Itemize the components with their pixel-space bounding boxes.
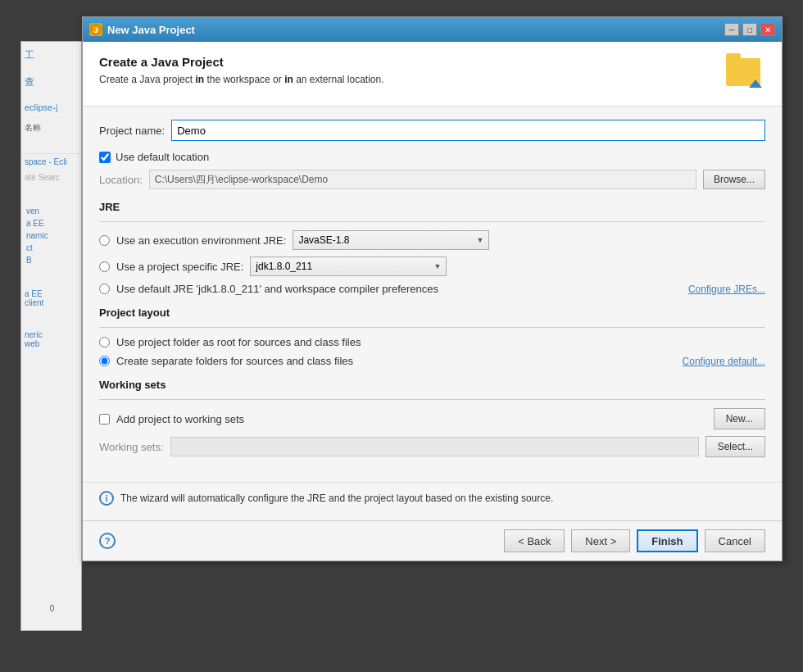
dialog-icon: J (89, 23, 102, 36)
footer-gap (83, 514, 782, 520)
header-icon (726, 55, 765, 94)
layout-divider (99, 327, 765, 328)
working-sets-input[interactable] (170, 437, 699, 456)
bg-text-2: 查 (21, 69, 81, 96)
jre-env-radio[interactable] (99, 235, 110, 246)
jre-env-label[interactable]: Use an execution environment JRE: (116, 234, 286, 247)
jre-default-radio[interactable] (99, 284, 110, 294)
folder-icon (726, 58, 760, 86)
select-working-sets-button[interactable]: Select... (705, 436, 765, 457)
dialog-heading: Create a Java Project (99, 55, 384, 69)
dialog-description: Create a Java project in the workspace o… (99, 74, 384, 85)
browse-button[interactable]: Browse... (703, 170, 765, 189)
layout-radio1-row: Use project folder as root for sources a… (99, 336, 765, 348)
use-default-location-row: Use default location (99, 151, 765, 163)
jre-section: JRE Use an execution environment JRE: Ja… (99, 201, 765, 295)
next-button[interactable]: Next > (571, 529, 630, 552)
jre-env-select[interactable]: JavaSE-1.8 ▼ (293, 230, 489, 250)
layout-separate-label[interactable]: Create separate folders for sources and … (116, 355, 353, 367)
configure-jres-link[interactable]: Configure JREs... (688, 284, 765, 295)
project-name-label: Project name: (99, 125, 165, 137)
project-name-input[interactable] (171, 120, 765, 141)
bg-items: ven a EE namic ct B (21, 202, 81, 270)
bg-text-1: 工 (21, 42, 81, 69)
jre-section-title: JRE (99, 201, 765, 213)
add-working-sets-row: Add project to working sets New... (99, 408, 765, 429)
location-input[interactable] (149, 170, 696, 189)
layout-root-radio[interactable] (99, 337, 110, 347)
dialog-footer: ? < Back Next > Finish Cancel (83, 520, 782, 561)
project-layout-section: Project layout Use project folder as roo… (99, 306, 765, 367)
working-sets-title: Working sets (99, 379, 765, 391)
layout-radio2-row: Create separate folders for sources and … (99, 355, 765, 367)
jre-radio3-row: Use default JRE 'jdk1.8.0_211' and works… (99, 283, 765, 295)
cancel-button[interactable]: Cancel (705, 529, 765, 552)
maximize-button[interactable]: □ (742, 23, 757, 36)
bg-items3: neric web (21, 327, 81, 352)
help-button[interactable]: ? (99, 533, 116, 549)
bg-name: 名称 (21, 119, 81, 137)
info-bar: i The wizard will automatically configur… (83, 482, 782, 514)
info-icon: i (99, 491, 114, 506)
use-default-location-label[interactable]: Use default location (116, 151, 209, 163)
project-layout-title: Project layout (99, 306, 765, 319)
working-sets-divider (99, 399, 765, 400)
layout-root-label[interactable]: Use project folder as root for sources a… (116, 336, 361, 348)
minimize-button[interactable]: ─ (724, 23, 739, 36)
bg-nav: ate Searc (21, 170, 81, 185)
working-sets-input-row: Working sets: Select... (99, 436, 765, 457)
working-sets-label: Working sets: (99, 441, 164, 453)
add-working-sets-label[interactable]: Add project to working sets (116, 413, 707, 425)
configure-default-link[interactable]: Configure default... (683, 356, 765, 367)
bg-zero: 0 (21, 602, 83, 614)
jre-specific-label[interactable]: Use a project specific JRE: (116, 261, 243, 273)
location-label: Location: (99, 174, 143, 186)
svg-text:J: J (93, 26, 98, 34)
dialog-titlebar: J New Java Project ─ □ ✕ (83, 17, 782, 42)
info-message: The wizard will automatically configure … (120, 493, 553, 504)
new-working-set-button[interactable]: New... (714, 408, 765, 429)
jre-specific-radio[interactable] (99, 261, 110, 272)
jre-env-select-value: JavaSE-1.8 (298, 234, 349, 246)
jre-default-label[interactable]: Use default JRE 'jdk1.8.0_211' and works… (116, 283, 438, 295)
jre-divider (99, 221, 765, 222)
bg-space: space - Ecli (21, 153, 81, 170)
jre-env-select-arrow: ▼ (476, 236, 483, 244)
dialog-body: Project name: Use default location Locat… (83, 107, 782, 482)
back-button[interactable]: < Back (504, 529, 565, 552)
jre-specific-select[interactable]: jdk1.8.0_211 ▼ (250, 257, 447, 276)
layout-separate-radio[interactable] (99, 356, 110, 366)
dialog-title: New Java Project (107, 24, 719, 36)
jre-specific-select-arrow: ▼ (433, 262, 441, 270)
jre-radio1-row: Use an execution environment JRE: JavaSE… (99, 230, 765, 250)
jre-specific-select-value: jdk1.8.0_211 (256, 261, 312, 272)
project-name-row: Project name: (99, 120, 765, 141)
dialog-header: Create a Java Project Create a Java proj… (83, 42, 782, 107)
header-text: Create a Java Project Create a Java proj… (99, 55, 384, 85)
jre-radio2-row: Use a project specific JRE: jdk1.8.0_211… (99, 257, 765, 276)
finish-button[interactable]: Finish (637, 529, 697, 552)
add-to-working-sets-checkbox[interactable] (99, 414, 110, 425)
close-button[interactable]: ✕ (760, 23, 775, 36)
use-default-location-checkbox[interactable] (99, 152, 111, 163)
titlebar-controls: ─ □ ✕ (724, 23, 775, 36)
bg-eclipse-j: eclipse-j (21, 96, 81, 119)
eclipse-background: 工 查 eclipse-j 名称 space - Ecli ate Searc … (20, 41, 82, 631)
working-sets-section: Working sets Add project to working sets… (99, 379, 765, 457)
folder-arrow-icon (749, 79, 762, 88)
bg-items2: a EE client (21, 286, 81, 311)
new-java-project-dialog: J New Java Project ─ □ ✕ Create a Java P… (82, 16, 783, 561)
location-row: Location: Browse... (99, 170, 765, 189)
